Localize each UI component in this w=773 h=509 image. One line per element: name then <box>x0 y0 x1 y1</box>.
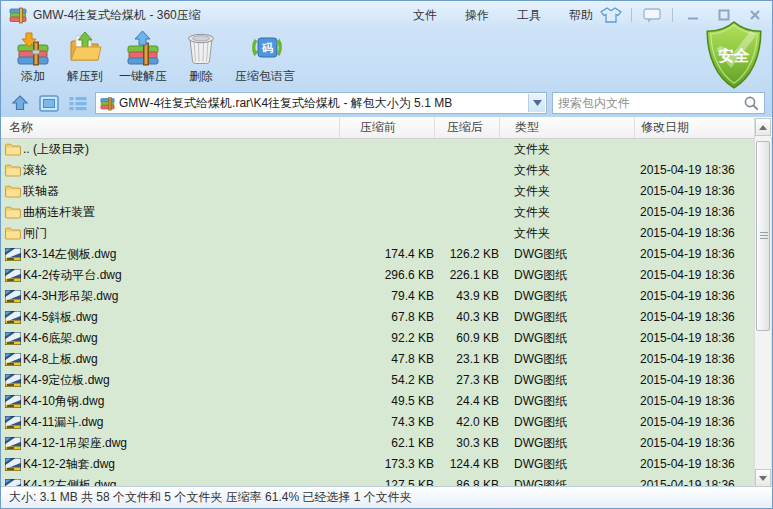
search-box <box>552 92 765 114</box>
table-row[interactable]: K4-8上板.dwg47.8 KB23.1 KBDWG图纸2015-04-19 … <box>1 349 772 370</box>
menu-tools[interactable]: 工具 <box>503 4 555 27</box>
search-icon[interactable] <box>743 95 759 111</box>
file-name: K4-6底架.dwg <box>21 328 339 349</box>
delete-button[interactable]: 删除 <box>175 29 227 87</box>
file-name: 滚轮 <box>21 160 339 181</box>
feedback-icon[interactable] <box>641 5 663 25</box>
file-type-value: DWG图纸 <box>499 244 634 265</box>
modified-date-value: 2015-04-19 18:36 <box>634 265 772 286</box>
table-row[interactable]: K4-6底架.dwg92.2 KB60.9 KBDWG图纸2015-04-19 … <box>1 328 772 349</box>
file-type-value: DWG图纸 <box>499 307 634 328</box>
file-name: K4-8上板.dwg <box>21 349 339 370</box>
control-separator <box>672 8 673 22</box>
dwg-file-icon <box>1 374 21 387</box>
menu-file[interactable]: 文件 <box>399 4 451 27</box>
table-row[interactable]: K4-5斜板.dwg67.8 KB40.3 KBDWG图纸2015-04-19 … <box>1 307 772 328</box>
table-row[interactable]: 闸门文件夹2015-04-19 18:36 <box>1 223 772 244</box>
skin-icon[interactable] <box>600 5 622 25</box>
scrollbar-thumb[interactable] <box>756 141 770 331</box>
size-before-value: 79.4 KB <box>339 286 434 307</box>
archive-path-combobox[interactable]: GMW-4往复式给煤机.rar\K4往复式给煤机 - 解包大小为 5.1 MB <box>95 92 547 114</box>
menu-bar: 文件 操作 工具 帮助 <box>399 1 607 29</box>
file-name: K4-5斜板.dwg <box>21 307 339 328</box>
file-type-value: 文件夹 <box>499 181 634 202</box>
size-before-value: 92.2 KB <box>339 328 434 349</box>
column-header-size-before[interactable]: 压缩前 <box>339 117 434 138</box>
table-row[interactable]: K4-11漏斗.dwg74.3 KB42.0 KBDWG图纸2015-04-19… <box>1 412 772 433</box>
title-bar: GMW-4往复式给煤机 - 360压缩 文件 操作 工具 帮助 <box>1 1 772 29</box>
extract-to-icon <box>67 30 103 66</box>
security-shield-button[interactable]: 安全 <box>703 20 765 90</box>
archive-language-button[interactable]: 码 压缩包语言 <box>227 29 303 87</box>
size-after-value: 124.4 KB <box>434 454 499 475</box>
size-after-value: 30.3 KB <box>434 433 499 454</box>
modified-date-value: 2015-04-19 18:36 <box>634 412 772 433</box>
column-header-name[interactable]: 名称 <box>1 117 339 138</box>
table-row[interactable]: 滚轮文件夹2015-04-19 18:36 <box>1 160 772 181</box>
column-header-date[interactable]: 修改日期 <box>634 117 772 138</box>
table-row[interactable]: K4-9定位板.dwg54.2 KB27.3 KBDWG图纸2015-04-19… <box>1 370 772 391</box>
scroll-down-icon[interactable] <box>755 469 771 487</box>
scroll-up-icon[interactable] <box>755 118 771 136</box>
file-name: 联轴器 <box>21 181 339 202</box>
size-after-value: 226.1 KB <box>434 265 499 286</box>
file-type-value: 文件夹 <box>499 202 634 223</box>
search-input[interactable] <box>558 96 743 110</box>
table-row[interactable]: .. (上级目录)文件夹 <box>1 139 772 160</box>
file-type-value: DWG图纸 <box>499 286 634 307</box>
table-row[interactable]: K4-12-2轴套.dwg173.3 KB124.4 KBDWG图纸2015-0… <box>1 454 772 475</box>
size-after-value: 27.3 KB <box>434 370 499 391</box>
size-before-value: 74.3 KB <box>339 412 434 433</box>
combobox-dropdown-icon[interactable] <box>528 94 545 112</box>
vertical-scrollbar[interactable] <box>754 118 771 487</box>
security-label: 安全 <box>719 47 750 64</box>
column-header-type[interactable]: 类型 <box>499 117 634 138</box>
list-view-icon[interactable] <box>66 92 90 114</box>
archive-file-icon <box>100 96 115 111</box>
table-row[interactable]: 联轴器文件夹2015-04-19 18:36 <box>1 181 772 202</box>
size-before-value: 54.2 KB <box>339 370 434 391</box>
extract-to-button-label: 解压到 <box>67 68 103 85</box>
add-button[interactable]: 添加 <box>7 29 59 87</box>
folder-icon <box>1 164 21 177</box>
delete-icon <box>183 30 219 66</box>
table-row[interactable]: K4-2传动平台.dwg296.6 KB226.1 KBDWG图纸2015-04… <box>1 265 772 286</box>
table-row[interactable]: K4-3H形吊架.dwg79.4 KB43.9 KBDWG图纸2015-04-1… <box>1 286 772 307</box>
file-type-value: 文件夹 <box>499 139 634 160</box>
one-click-extract-button[interactable]: 一键解压 <box>111 29 175 87</box>
menu-operation[interactable]: 操作 <box>451 4 503 27</box>
size-before-value: 67.8 KB <box>339 307 434 328</box>
size-before-value: 127.5 KB <box>339 475 434 486</box>
modified-date-value: 2015-04-19 18:36 <box>634 349 772 370</box>
modified-date-value: 2015-04-19 18:36 <box>634 202 772 223</box>
list-header: 名称 压缩前 压缩后 类型 修改日期 <box>1 117 772 139</box>
file-type-value: DWG图纸 <box>499 391 634 412</box>
file-type-value: DWG图纸 <box>499 433 634 454</box>
control-separator <box>631 8 632 22</box>
table-row[interactable]: K4-12左侧板.dwg127.5 KB86.8 KBDWG图纸2015-04-… <box>1 475 772 486</box>
file-name: K4-12-1吊架座.dwg <box>21 433 339 454</box>
table-row[interactable]: K3-14左侧板.dwg174.4 KB126.2 KBDWG图纸2015-04… <box>1 244 772 265</box>
minimize-icon[interactable] <box>682 5 704 25</box>
archive-language-button-label: 压缩包语言 <box>235 68 295 85</box>
app-logo-icon <box>9 6 27 24</box>
table-row[interactable]: 曲柄连杆装置文件夹2015-04-19 18:36 <box>1 202 772 223</box>
file-type-value: DWG图纸 <box>499 370 634 391</box>
add-to-archive-icon <box>15 30 51 66</box>
column-header-size-after[interactable]: 压缩后 <box>434 117 499 138</box>
file-name: K3-14左侧板.dwg <box>21 244 339 265</box>
up-level-icon[interactable] <box>8 92 32 114</box>
file-name: 闸门 <box>21 223 339 244</box>
file-name: 曲柄连杆装置 <box>21 202 339 223</box>
modified-date-value: 2015-04-19 18:36 <box>634 244 772 265</box>
table-row[interactable]: K4-12-1吊架座.dwg62.1 KB30.3 KBDWG图纸2015-04… <box>1 433 772 454</box>
window-chrome: GMW-4往复式给煤机 - 360压缩 文件 操作 工具 帮助 <box>1 1 772 117</box>
extract-to-button[interactable]: 解压到 <box>59 29 111 87</box>
icon-view-icon[interactable] <box>37 92 61 114</box>
modified-date-value: 2015-04-19 18:36 <box>634 433 772 454</box>
folder-icon <box>1 206 21 219</box>
size-after-value: 126.2 KB <box>434 244 499 265</box>
table-row[interactable]: K4-10角钢.dwg49.5 KB24.4 KBDWG图纸2015-04-19… <box>1 391 772 412</box>
modified-date-value: 2015-04-19 18:36 <box>634 475 772 486</box>
folder-icon <box>1 185 21 198</box>
